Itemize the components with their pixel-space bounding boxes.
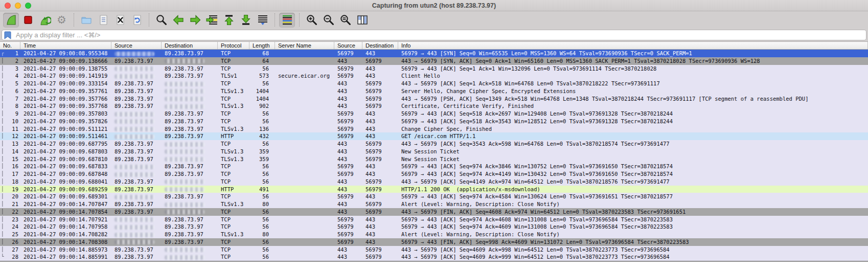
cell-source-address bbox=[111, 110, 162, 118]
column-header-no-0[interactable]: No. bbox=[0, 42, 20, 49]
cell-destination-port: 56979 bbox=[362, 140, 398, 148]
restart-capture-button[interactable] bbox=[37, 13, 53, 28]
packet-row[interactable]: └282021-04-27 09:00:14.88599189.238.73.9… bbox=[0, 253, 868, 261]
close-button[interactable] bbox=[5, 3, 11, 9]
related-packet-mark: │ bbox=[0, 238, 5, 246]
zoom-original-button[interactable] bbox=[337, 13, 353, 28]
auto-scroll-button[interactable] bbox=[255, 13, 270, 28]
cell-source-port: 443 bbox=[334, 95, 362, 103]
packet-row[interactable]: │212021-04-27 09:00:14.70784789.238.73.9… bbox=[0, 200, 868, 208]
packet-row[interactable]: │82021-04-27 09:00:09.35776889.238.73.97… bbox=[0, 102, 868, 110]
previous-packet-button[interactable] bbox=[170, 13, 186, 28]
packet-row[interactable]: │112021-04-27 09:00:09.51112189.238.73.9… bbox=[0, 125, 868, 133]
cell-time: 2021-04-27 09:00:09.687795 bbox=[20, 140, 111, 148]
related-packet-mark: │ bbox=[0, 148, 5, 155]
packet-row[interactable]: │42021-04-27 09:00:09.14191989.238.73.97… bbox=[0, 72, 868, 80]
cell-destination-port: 443 bbox=[362, 132, 398, 140]
packet-row[interactable]: │122021-04-27 09:00:09.51146189.238.73.9… bbox=[0, 132, 868, 140]
packet-row[interactable]: │182021-04-27 09:00:09.68804189.238.73.9… bbox=[0, 178, 868, 186]
zoom-in-button[interactable] bbox=[304, 13, 319, 28]
colorize-button[interactable] bbox=[279, 13, 295, 28]
capture-options-button[interactable]: ⚙ bbox=[54, 13, 70, 28]
packet-row[interactable]: │262021-04-27 09:00:14.70830889.238.73.9… bbox=[0, 238, 868, 246]
cell-info: 56979 → 443 [ACK] Seq=1 Ack=1 Win=132096… bbox=[398, 65, 868, 73]
packet-row[interactable]: │32021-04-27 09:00:09.13875589.238.73.97… bbox=[0, 65, 868, 73]
filter-bookmark-icon[interactable] bbox=[4, 31, 11, 39]
packet-row[interactable]: │142021-04-27 09:00:09.68780389.238.73.9… bbox=[0, 148, 868, 155]
packet-row[interactable]: │232021-04-27 09:00:14.70792189.238.73.9… bbox=[0, 216, 868, 223]
cell-number: 6 bbox=[5, 87, 20, 95]
start-capture-icon bbox=[5, 14, 17, 26]
redacted-address bbox=[115, 134, 154, 139]
cell-length: 68 bbox=[249, 50, 275, 57]
cell-time: 2021-04-27 09:00:09.357766 bbox=[20, 95, 111, 103]
close-file-button[interactable] bbox=[112, 13, 128, 28]
last-packet-button[interactable] bbox=[238, 13, 254, 28]
redacted-address bbox=[165, 142, 204, 147]
cell-protocol: TLSv1.3 bbox=[218, 155, 249, 163]
packet-row[interactable]: │222021-04-27 09:00:14.70785489.238.73.9… bbox=[0, 208, 868, 216]
cell-time: 2021-04-27 09:00:09.687848 bbox=[20, 170, 111, 178]
cell-destination-address bbox=[162, 140, 218, 148]
packet-row[interactable]: ┌12021-04-27 09:00:08.95534889.238.73.97… bbox=[0, 50, 868, 57]
packet-row[interactable]: │22021-04-27 09:00:09.13866689.238.73.97… bbox=[0, 57, 868, 65]
cell-number: 12 bbox=[5, 132, 20, 140]
pane-divider[interactable] bbox=[0, 261, 868, 271]
packet-row[interactable]: │72021-04-27 09:00:09.35776689.238.73.97… bbox=[0, 95, 868, 103]
cell-source-port: 56979 bbox=[334, 72, 362, 80]
first-packet-button[interactable] bbox=[221, 13, 237, 28]
minimize-button[interactable] bbox=[15, 3, 21, 9]
packet-row[interactable]: │202021-04-27 09:00:09.68930189.238.73.9… bbox=[0, 193, 868, 200]
column-header-protocol-4[interactable]: Protocol bbox=[218, 42, 249, 49]
cell-source-address bbox=[111, 193, 162, 200]
column-header-length-5[interactable]: Length bbox=[249, 42, 275, 49]
column-header-source-7[interactable]: Source bbox=[334, 42, 362, 49]
packet-row[interactable]: │132021-04-27 09:00:09.68779589.238.73.9… bbox=[0, 140, 868, 148]
column-header-server-name-6[interactable]: Server Name bbox=[275, 42, 334, 49]
next-packet-button[interactable] bbox=[187, 13, 203, 28]
column-header-destination-3[interactable]: Destination bbox=[162, 42, 218, 49]
packet-row[interactable]: │172021-04-27 09:00:09.68784889.238.73.9… bbox=[0, 170, 868, 178]
packet-row[interactable]: │62021-04-27 09:00:09.35776189.238.73.97… bbox=[0, 87, 868, 95]
related-packet-mark: │ bbox=[0, 178, 5, 186]
packet-row[interactable]: │272021-04-27 09:00:14.88597389.238.73.9… bbox=[0, 246, 868, 254]
redacted-address bbox=[165, 247, 204, 252]
display-filter-input[interactable] bbox=[2, 30, 866, 40]
redacted-address bbox=[165, 187, 204, 192]
open-file-button[interactable] bbox=[78, 13, 94, 28]
column-header-source-2[interactable]: Source bbox=[111, 42, 162, 49]
save-file-icon bbox=[97, 14, 109, 26]
cell-info: Change Cipher Spec, Finished bbox=[398, 125, 868, 133]
packet-row[interactable]: │252021-04-27 09:00:14.70828289.238.73.9… bbox=[0, 231, 868, 238]
cell-source-address bbox=[111, 72, 162, 80]
packet-row[interactable]: │242021-04-27 09:00:14.70795889.238.73.9… bbox=[0, 223, 868, 231]
redacted-address bbox=[165, 210, 204, 214]
packet-row[interactable]: │162021-04-27 09:00:09.68783389.238.73.9… bbox=[0, 163, 868, 170]
column-header-time-1[interactable]: Time bbox=[20, 42, 111, 49]
cell-destination-address bbox=[162, 148, 218, 155]
packet-row[interactable]: │152021-04-27 09:00:09.68781089.238.73.9… bbox=[0, 155, 868, 163]
find-packet-button[interactable] bbox=[153, 13, 169, 28]
cell-destination-address: 89.238.73.97 bbox=[162, 216, 218, 223]
resize-columns-button[interactable] bbox=[354, 13, 370, 28]
reload-file-button[interactable] bbox=[129, 13, 145, 28]
cell-protocol: TLSv1.3 bbox=[218, 200, 249, 208]
go-to-packet-button[interactable] bbox=[204, 13, 220, 28]
cell-protocol: TLSv1.3 bbox=[218, 102, 249, 110]
cell-time: 2021-04-27 09:00:09.689301 bbox=[20, 193, 111, 200]
packet-row[interactable]: │192021-04-27 09:00:09.68925989.238.73.9… bbox=[0, 186, 868, 193]
stop-capture-button[interactable] bbox=[20, 13, 36, 28]
packet-row[interactable]: │52021-04-27 09:00:09.33315489.238.73.97… bbox=[0, 80, 868, 87]
zoom-button[interactable] bbox=[25, 3, 31, 9]
cell-time: 2021-04-27 09:00:09.688041 bbox=[20, 178, 111, 186]
column-header-info-9[interactable]: Info bbox=[398, 42, 868, 49]
redacted-address bbox=[115, 225, 154, 230]
related-packet-mark: └ bbox=[0, 253, 5, 261]
cell-destination-port: 443 bbox=[362, 231, 398, 238]
packet-row[interactable]: │92021-04-27 09:00:09.35780389.238.73.97… bbox=[0, 110, 868, 118]
save-file-button[interactable] bbox=[95, 13, 111, 28]
column-header-destination-8[interactable]: Destination bbox=[362, 42, 398, 49]
start-capture-button[interactable] bbox=[3, 13, 19, 28]
zoom-out-button[interactable] bbox=[321, 13, 336, 28]
packet-row[interactable]: │102021-04-27 09:00:09.35782689.238.73.9… bbox=[0, 118, 868, 125]
